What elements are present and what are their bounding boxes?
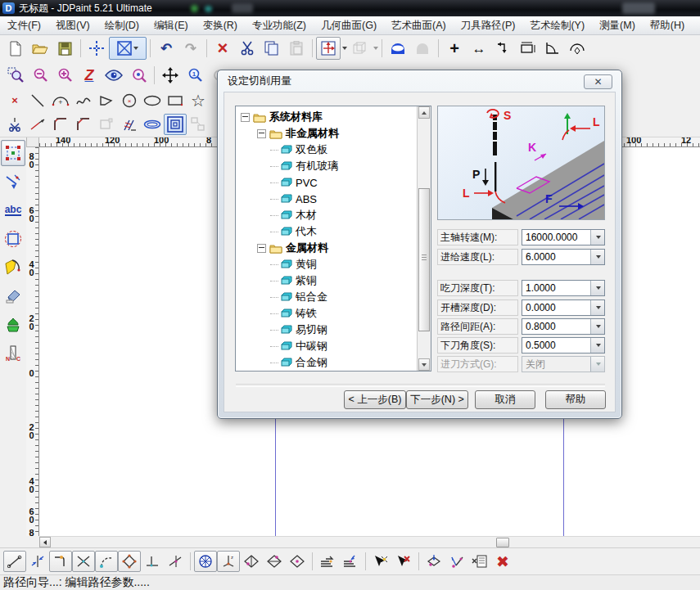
dialog-close-button[interactable]: ✕ bbox=[584, 74, 612, 89]
offset-rect-button[interactable] bbox=[95, 114, 118, 135]
selection-mode-dropdown-icon[interactable] bbox=[133, 47, 138, 50]
cut-depth-combo[interactable]: 1.0000 bbox=[522, 280, 605, 296]
ring-tool-button[interactable] bbox=[141, 114, 164, 135]
combo-dropdown-button[interactable] bbox=[590, 338, 604, 353]
path-project-button[interactable] bbox=[422, 551, 445, 572]
horizontal-scrollbar[interactable] bbox=[39, 536, 700, 548]
draw-circle-button[interactable]: × bbox=[118, 90, 141, 111]
region-tool-button[interactable] bbox=[1, 254, 25, 281]
tree-item[interactable]: 中碳钢 bbox=[236, 338, 431, 354]
next-button[interactable]: 下一步(N) > bbox=[406, 390, 468, 409]
dialog-title-bar[interactable]: 设定切削用量 bbox=[218, 70, 621, 92]
draw-ellipse-button[interactable] bbox=[141, 90, 164, 111]
draw-line-button[interactable] bbox=[26, 90, 49, 111]
menu-item-art-draw[interactable]: 艺术绘制(Y) bbox=[522, 16, 592, 35]
measure-step-button[interactable] bbox=[491, 37, 516, 60]
menu-item-file[interactable]: 文件(F) bbox=[0, 16, 48, 35]
tree-item[interactable]: 双色板 bbox=[236, 142, 431, 158]
tree-scroll-down-button[interactable] bbox=[418, 358, 430, 371]
tree-item[interactable]: PVC bbox=[236, 174, 431, 191]
snap-line-button[interactable] bbox=[3, 551, 26, 572]
render-flat-button[interactable] bbox=[410, 37, 435, 60]
draw-polyline-button[interactable] bbox=[95, 90, 118, 111]
menu-item-art-surface[interactable]: 艺术曲面(A) bbox=[384, 16, 454, 35]
chamfer-button[interactable] bbox=[72, 114, 95, 135]
nc-output-tool-button[interactable]: NC bbox=[1, 340, 25, 367]
plunge-angle-combo[interactable]: 0.5000 bbox=[522, 337, 605, 354]
tree-item[interactable]: 黄铜 bbox=[236, 256, 431, 272]
snap-intersection-button[interactable] bbox=[72, 551, 95, 572]
menu-item-draw[interactable]: 绘制(D) bbox=[97, 16, 147, 35]
combo-dropdown-button[interactable] bbox=[590, 281, 604, 295]
selection-mode-button[interactable] bbox=[109, 37, 147, 60]
fillet-button[interactable] bbox=[49, 114, 72, 135]
eraser-tool-button[interactable] bbox=[1, 283, 25, 309]
back-button[interactable]: < 上一步(B) bbox=[344, 390, 406, 409]
measure-distance-button[interactable]: ↔ bbox=[467, 37, 491, 60]
measure-point-button[interactable]: + bbox=[442, 37, 467, 60]
snap-arc-button[interactable] bbox=[95, 551, 118, 572]
concentric-tool-button[interactable] bbox=[164, 114, 187, 135]
copy-button[interactable] bbox=[260, 37, 284, 60]
tree-item[interactable]: 金属材料 bbox=[236, 240, 431, 256]
menu-item-pro-functions[interactable]: 专业功能(Z) bbox=[245, 16, 314, 35]
grid-snap-button[interactable] bbox=[194, 551, 217, 572]
render-shaded-button[interactable] bbox=[386, 37, 410, 60]
redo-button[interactable]: ↷ bbox=[178, 37, 203, 60]
tree-item[interactable]: 易切钢 bbox=[236, 322, 431, 338]
snap-tangent-button[interactable] bbox=[164, 551, 187, 572]
zoom-out-button[interactable] bbox=[28, 64, 52, 87]
path-list-button[interactable] bbox=[468, 551, 491, 572]
save-file-button[interactable] bbox=[52, 37, 77, 60]
tree-item[interactable]: 合金钢 bbox=[236, 354, 431, 371]
paste-button[interactable] bbox=[284, 37, 309, 60]
snap-nearest-button[interactable] bbox=[26, 551, 49, 572]
group-copy-button[interactable] bbox=[187, 114, 210, 135]
art-brush-tool-button[interactable] bbox=[1, 312, 25, 338]
combo-dropdown-button[interactable] bbox=[590, 250, 604, 264]
zoom-window-button[interactable] bbox=[3, 64, 28, 87]
cancel-button[interactable]: 取消 bbox=[475, 390, 535, 409]
menu-item-edit[interactable]: 编辑(E) bbox=[147, 16, 196, 35]
zoom-in-button[interactable] bbox=[52, 64, 77, 87]
view-3d-dropdown-icon[interactable] bbox=[373, 47, 378, 50]
scroll-left-button[interactable] bbox=[39, 537, 51, 547]
layer-project-button[interactable] bbox=[316, 551, 339, 572]
draw-arc-button[interactable]: + bbox=[49, 90, 72, 111]
combo-dropdown-button[interactable] bbox=[590, 300, 604, 315]
select-tool-button[interactable] bbox=[1, 140, 25, 166]
collapse-icon[interactable] bbox=[257, 244, 266, 253]
combo-dropdown-button[interactable] bbox=[590, 319, 604, 334]
snap-perpendicular-button[interactable] bbox=[141, 551, 164, 572]
pick-delete-button[interactable] bbox=[392, 551, 415, 572]
spindle-speed-combo[interactable]: 16000.0000 bbox=[522, 229, 605, 245]
tree-item[interactable]: 代木 bbox=[236, 223, 431, 240]
measure-rect-button[interactable] bbox=[516, 37, 540, 60]
new-file-button[interactable] bbox=[3, 37, 28, 60]
trim-button[interactable] bbox=[3, 114, 26, 135]
delete-button[interactable]: × bbox=[210, 37, 235, 60]
material-tree[interactable]: 系统材料库 非金属材料 双色板 有机玻璃 PVC ABS 木材 代木 金属材料 … bbox=[235, 106, 431, 372]
draw-spline-button[interactable] bbox=[72, 90, 95, 111]
snap-quadrant-button[interactable] bbox=[118, 551, 141, 572]
node-edit-tool-button[interactable] bbox=[1, 169, 25, 195]
draw-star-button[interactable]: ☆ bbox=[187, 90, 210, 111]
feed-rate-combo[interactable]: 6.0000 bbox=[522, 249, 605, 265]
undo-button[interactable]: ↶ bbox=[154, 37, 178, 60]
measure-curve-button[interactable] bbox=[565, 37, 589, 60]
slot-depth-combo[interactable]: 0.0000 bbox=[522, 300, 605, 316]
menu-item-toolpath[interactable]: 刀具路径(P) bbox=[454, 16, 523, 35]
combo-dropdown-button[interactable] bbox=[590, 230, 604, 245]
draw-point-button[interactable]: × bbox=[3, 90, 26, 111]
open-file-button[interactable] bbox=[28, 37, 52, 60]
tree-item[interactable]: 铸铁 bbox=[236, 305, 431, 322]
draw-rectangle-button[interactable] bbox=[164, 90, 187, 111]
tree-item[interactable]: 铝合金 bbox=[236, 289, 431, 305]
snap-endpoint-button[interactable] bbox=[49, 551, 72, 572]
tree-item[interactable]: 紫铜 bbox=[236, 272, 431, 289]
zoom-dynamic-button[interactable]: Z bbox=[77, 64, 102, 87]
path-verify-button[interactable] bbox=[445, 551, 468, 572]
extend-button[interactable] bbox=[26, 114, 49, 135]
help-button[interactable]: 帮助 bbox=[545, 390, 606, 409]
text-tool-button[interactable]: abc bbox=[1, 197, 25, 223]
